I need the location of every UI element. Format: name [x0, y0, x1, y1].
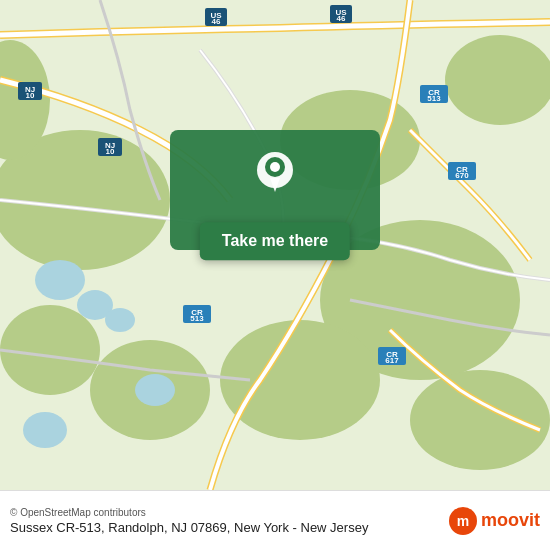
svg-text:10: 10: [106, 147, 115, 156]
moovit-logo: m moovit: [449, 507, 540, 535]
svg-point-13: [135, 374, 175, 406]
moovit-icon: m: [449, 507, 477, 535]
bottom-bar: © OpenStreetMap contributors Sussex CR-5…: [0, 490, 550, 550]
svg-point-14: [23, 412, 67, 448]
take-me-there-button[interactable]: Take me there: [200, 222, 350, 260]
svg-text:46: 46: [212, 17, 221, 26]
attribution-text: © OpenStreetMap contributors: [10, 507, 449, 518]
address-section: © OpenStreetMap contributors Sussex CR-5…: [10, 507, 449, 535]
svg-point-6: [0, 305, 100, 395]
svg-text:10: 10: [26, 91, 35, 100]
svg-text:617: 617: [385, 356, 399, 365]
svg-text:670: 670: [455, 171, 469, 180]
bottom-content: © OpenStreetMap contributors Sussex CR-5…: [10, 507, 540, 535]
svg-text:m: m: [457, 513, 469, 529]
map-container: US 46 US 46 NJ 10 NJ 10 CR 513 CR 670 CR…: [0, 0, 550, 490]
svg-point-5: [410, 370, 550, 470]
button-overlay: Take me there: [200, 222, 350, 260]
svg-point-10: [35, 260, 85, 300]
svg-point-7: [445, 35, 550, 125]
svg-text:46: 46: [337, 14, 346, 23]
svg-point-12: [105, 308, 135, 332]
svg-point-42: [270, 162, 280, 172]
svg-text:513: 513: [190, 314, 204, 323]
svg-text:513: 513: [427, 94, 441, 103]
moovit-text: moovit: [481, 510, 540, 531]
address-text: Sussex CR-513, Randolph, NJ 07869, New Y…: [10, 520, 449, 535]
